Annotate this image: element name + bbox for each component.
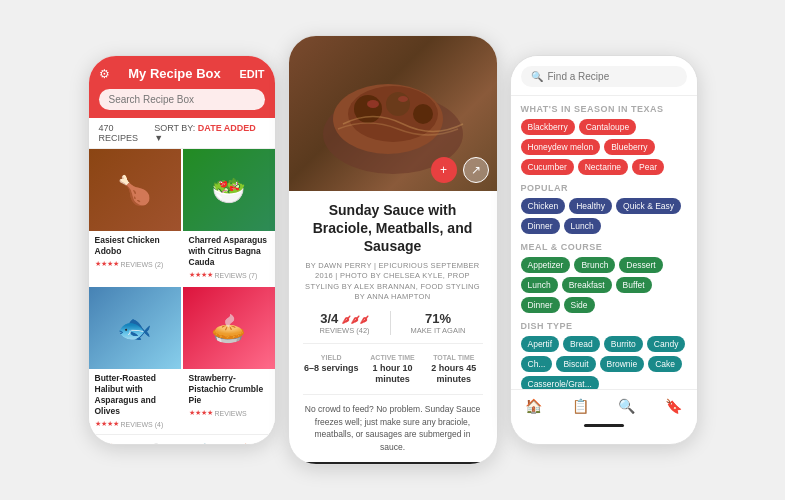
tag[interactable]: Blueberry	[604, 139, 654, 155]
bookmark-nav-icon[interactable]: 🔖	[243, 443, 260, 445]
tag[interactable]: Biscuit	[556, 356, 595, 372]
bookmark-nav-icon[interactable]: 🔖	[665, 398, 682, 414]
reviews: REVIEWS (7)	[215, 272, 258, 279]
tag[interactable]: Burrito	[604, 336, 643, 352]
recipe-title: Sunday Sauce with Braciole, Meatballs, a…	[303, 201, 483, 256]
phone-recipe-detail: + ↗ Sunday Sauce with Braciole, Meatball…	[288, 35, 498, 465]
rating-stat: 3/4 🌶🌶🌶 REVIEWS (42)	[320, 311, 370, 335]
filter-bar: 470 RECIPES SORT BY: DATE ADDED ▼	[89, 118, 275, 149]
section-title-dish: DISH TYPE	[521, 321, 687, 331]
total-time-block: TOTAL TIME 2 hours 45 minutes	[425, 354, 482, 386]
star-rating: ★★★★	[95, 260, 119, 268]
hero-actions: + ↗	[431, 157, 489, 183]
rating-label: REVIEWS (42)	[320, 326, 370, 335]
reviews: REVIEWS (4)	[121, 421, 164, 428]
home-indicator	[584, 424, 624, 427]
tag[interactable]: Casserole/Grat...	[521, 376, 599, 389]
sort-label: SORT BY: DATE ADDED ▼	[154, 123, 264, 143]
tags-row-popular: Chicken Healthy Quick & Easy Dinner Lunc…	[521, 198, 687, 234]
recipe-name: Easiest Chicken Adobo	[95, 235, 175, 257]
gear-icon[interactable]: ⚙	[99, 67, 110, 81]
tag[interactable]: Buffet	[616, 277, 652, 293]
section-title-popular: POPULAR	[521, 183, 687, 193]
search-icon: 🔍	[531, 71, 543, 82]
list-nav-icon[interactable]: 📋	[196, 443, 213, 445]
search-nav-icon[interactable]: 🔍	[618, 398, 635, 414]
section-title-season: WHAT'S IN SEASON IN TEXAS	[521, 104, 687, 114]
phone1-search-bar	[89, 89, 275, 118]
share-button[interactable]: ↗	[463, 157, 489, 183]
home-nav-icon[interactable]: 🏠	[525, 398, 542, 414]
bottom-nav-3: 🏠 📋 🔍 🔖	[511, 389, 697, 424]
star-rating: ★★★★	[95, 420, 119, 428]
tag[interactable]: Lunch	[564, 218, 601, 234]
svg-point-5	[413, 104, 433, 124]
phone1-header: ⚙ My Recipe Box EDIT	[89, 56, 275, 89]
tag[interactable]: Chicken	[521, 198, 566, 214]
tag[interactable]: Quick & Easy	[616, 198, 681, 214]
tags-row-meal: Appetizer Brunch Dessert Lunch Breakfast…	[521, 257, 687, 313]
recipe-name: Charred Asparagus with Citrus Bagna Caud…	[189, 235, 269, 268]
tag[interactable]: Brunch	[574, 257, 615, 273]
recipe-author: BY DAWN PERRY | EPICURIOUS SEPTEMBER 201…	[303, 261, 483, 303]
svg-point-7	[398, 96, 408, 102]
tags-row-season: Blackberry Cantaloupe Honeydew melon Blu…	[521, 119, 687, 175]
edit-button[interactable]: EDIT	[239, 68, 264, 80]
star-rating: ★★★★	[189, 271, 213, 279]
tag[interactable]: Healthy	[569, 198, 612, 214]
home-nav-icon[interactable]: 🏠	[103, 443, 120, 445]
reviews: REVIEWS (2)	[121, 261, 164, 268]
tag[interactable]: Pear	[632, 159, 664, 175]
time-row: YIELD 6–8 servings ACTIVE TIME 1 hour 10…	[303, 354, 483, 395]
tag[interactable]: Dessert	[619, 257, 662, 273]
recipe-card[interactable]: 🍗 Easiest Chicken Adobo ★★★★ REVIEWS (2)	[89, 149, 181, 285]
add-recipe-button[interactable]: +	[431, 157, 457, 183]
recipe-card[interactable]: 🐟 Butter-Roasted Halibut with Asparagus …	[89, 287, 181, 434]
tag[interactable]: Side	[564, 297, 595, 313]
star-rating: ★★★★	[189, 409, 213, 417]
tag[interactable]: Apertif	[521, 336, 560, 352]
search-input[interactable]	[99, 89, 265, 110]
tag[interactable]: Cake	[648, 356, 682, 372]
bottom-nav: 🏠 🔍 📋 🔖	[89, 434, 275, 445]
list-nav-icon[interactable]: 📋	[572, 398, 589, 414]
phone-recipe-box: ⚙ My Recipe Box EDIT 470 RECIPES SORT BY…	[88, 55, 276, 445]
recipe-card[interactable]: 🥧 Strawberry-Pistachio Crumble Pie ★★★★ …	[183, 287, 275, 434]
recipe-name: Strawberry-Pistachio Crumble Pie	[189, 373, 269, 406]
active-time-block: ACTIVE TIME 1 hour 10 minutes	[364, 354, 421, 386]
tag[interactable]: Breakfast	[562, 277, 612, 293]
tag[interactable]: Cantaloupe	[579, 119, 636, 135]
recipe-description: No crowd to feed? No problem. Sunday Sau…	[303, 403, 483, 454]
stat-divider	[390, 311, 391, 335]
search-header: 🔍	[511, 56, 697, 96]
svg-point-6	[367, 100, 379, 108]
recipe-count: 470 RECIPES	[99, 123, 155, 143]
tag[interactable]: Cucumber	[521, 159, 574, 175]
tag[interactable]: Candy	[647, 336, 686, 352]
tag[interactable]: Lunch	[521, 277, 558, 293]
section-title-meal: MEAL & COURSE	[521, 242, 687, 252]
find-recipe-search[interactable]: 🔍	[521, 66, 687, 87]
tag[interactable]: Bread	[563, 336, 600, 352]
find-recipe-input[interactable]	[548, 71, 677, 82]
tag[interactable]: Dinner	[521, 218, 560, 234]
search-nav-icon[interactable]: 🔍	[150, 443, 167, 445]
phone1-title: My Recipe Box	[128, 66, 220, 81]
tag[interactable]: Brownie	[600, 356, 645, 372]
recipe-content: Sunday Sauce with Braciole, Meatballs, a…	[289, 191, 497, 465]
ingredients-header: INGREDIENTS	[303, 462, 483, 465]
tag[interactable]: Dinner	[521, 297, 560, 313]
recipe-card[interactable]: 🥗 Charred Asparagus with Citrus Bagna Ca…	[183, 149, 275, 285]
phone-find-recipe: 🔍 WHAT'S IN SEASON IN TEXAS Blackberry C…	[510, 55, 698, 445]
yield-block: YIELD 6–8 servings	[303, 354, 360, 386]
tags-row-dish: Apertif Bread Burrito Candy Ch... Biscui…	[521, 336, 687, 389]
recipe-stats: 3/4 🌶🌶🌶 REVIEWS (42) 71% MAKE IT AGAIN	[303, 311, 483, 344]
recipe-sections: WHAT'S IN SEASON IN TEXAS Blackberry Can…	[511, 96, 697, 389]
tag[interactable]: Nectarine	[578, 159, 628, 175]
tag[interactable]: Honeydew melon	[521, 139, 601, 155]
make-again-stat: 71% MAKE IT AGAIN	[411, 311, 466, 335]
tag[interactable]: Ch...	[521, 356, 553, 372]
tag[interactable]: Appetizer	[521, 257, 571, 273]
svg-point-4	[386, 92, 410, 116]
tag[interactable]: Blackberry	[521, 119, 575, 135]
